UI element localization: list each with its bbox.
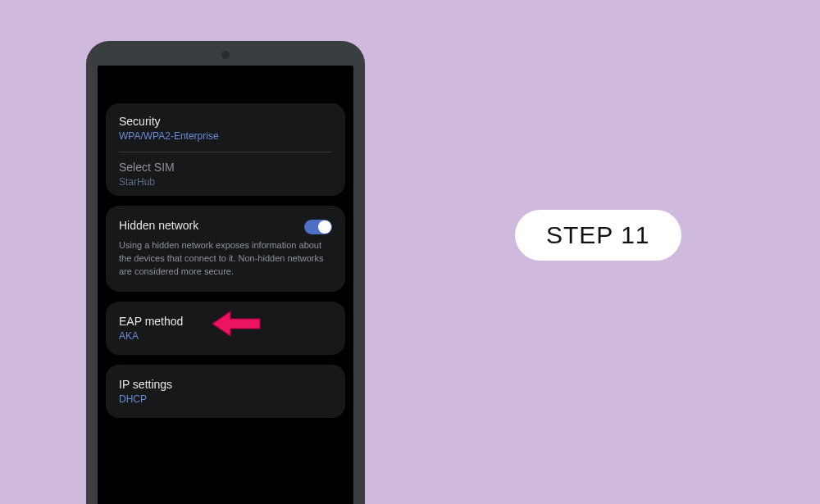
select-sim-value: StarHub (119, 176, 332, 188)
device-screen: Security WPA/WPA2-Enterprise Select SIM … (98, 66, 353, 504)
setting-security[interactable]: Security WPA/WPA2-Enterprise (119, 115, 332, 142)
eap-method-value: AKA (119, 330, 332, 342)
card-ip-settings[interactable]: IP settings DHCP (106, 365, 345, 418)
ip-settings-label: IP settings (119, 378, 332, 391)
security-label: Security (119, 115, 332, 128)
step-badge: STEP 11 (515, 210, 681, 261)
select-sim-label: Select SIM (119, 161, 332, 174)
device-camera (221, 51, 230, 59)
ip-settings-value: DHCP (119, 393, 332, 405)
toggle-knob (318, 220, 331, 234)
hidden-network-description: Using a hidden network exposes informati… (119, 239, 332, 279)
hidden-network-toggle[interactable] (304, 220, 332, 234)
card-eap-method[interactable]: EAP method AKA (106, 302, 345, 355)
eap-method-label: EAP method (119, 315, 332, 328)
tablet-device-frame: Security WPA/WPA2-Enterprise Select SIM … (86, 41, 365, 504)
setting-select-sim[interactable]: Select SIM StarHub (119, 161, 332, 188)
hidden-network-label: Hidden network (119, 219, 198, 232)
divider (119, 152, 332, 152)
card-hidden-network: Hidden network Using a hidden network ex… (106, 206, 345, 292)
security-value: WPA/WPA2-Enterprise (119, 130, 332, 142)
card-security-sim: Security WPA/WPA2-Enterprise Select SIM … (106, 103, 345, 196)
